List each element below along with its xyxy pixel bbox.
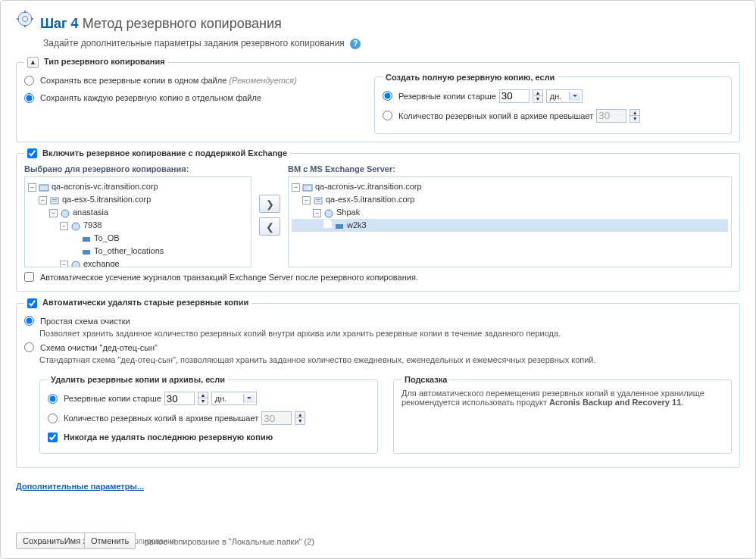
cleanup-legend: Автоматически удалять старые резервные к… (24, 298, 251, 308)
move-right-button[interactable]: ❯ (259, 195, 280, 213)
radio-simple-scheme[interactable] (24, 316, 34, 326)
input-delete-count (261, 411, 292, 425)
footer: го копирования СохранитьИмя задания: Отм… (16, 532, 740, 554)
svg-rect-12 (83, 237, 90, 242)
svg-rect-9 (52, 201, 57, 201)
spinner-delete-count[interactable]: ▲▼ (295, 411, 305, 425)
save-button-label: Сохранить (23, 536, 64, 545)
radio-delete-count-exceeds[interactable] (48, 414, 58, 423)
tree-label: qa-esx-5.itransition.corp (62, 195, 151, 204)
tree-node[interactable]: To_other_locations (28, 245, 248, 258)
input-delete-older-than-days[interactable] (164, 392, 195, 405)
label-count-exceeds: Количество резервных копий в архиве прев… (398, 111, 593, 120)
tree-toggle-icon[interactable]: − (292, 183, 300, 192)
tree-node[interactable]: −qa-esx-5.itransition.corp (292, 193, 728, 206)
collapse-toggle[interactable]: ▲ (27, 57, 39, 68)
tree-toggle-icon[interactable]: − (60, 261, 68, 267)
tree-label: Shpak (336, 208, 360, 217)
spinner-older-than[interactable]: ▲▼ (533, 89, 543, 103)
step-title: Метод резервного копирования (83, 16, 282, 31)
network-icon (81, 248, 92, 256)
vm-icon (323, 209, 334, 217)
exchange-right-tree[interactable]: −qa-acronis-vc.itransition.corp −qa-esx-… (288, 176, 732, 267)
label-older-than: Резервные копии старше (398, 92, 496, 101)
tree-label: qa-acronis-vc.itransition.corp (52, 182, 158, 191)
gear-icon (16, 10, 34, 28)
label-never-delete-last: Никогда не удалять последнюю резервную к… (64, 433, 273, 442)
cancel-button[interactable]: Отменить (84, 532, 136, 549)
hint-product: Acronis Backup and Recovery 11 (549, 398, 681, 407)
tree-node[interactable]: −7938 (28, 219, 248, 232)
checkbox-truncate-logs[interactable] (24, 272, 34, 282)
radio-older-than[interactable] (383, 91, 392, 101)
select-older-than-unit[interactable]: дн. (546, 89, 583, 103)
tree-toggle-icon[interactable]: − (313, 209, 321, 217)
tree-node[interactable]: −exchange (28, 258, 248, 267)
server-icon (302, 183, 313, 192)
tree-spacer (70, 245, 79, 254)
tree-node[interactable]: −Shpak (292, 206, 728, 219)
tree-node[interactable]: −qa-acronis-vc.itransition.corp (292, 180, 728, 193)
vm-icon (60, 209, 70, 217)
tree-node[interactable]: −qa-esx-5.itransition.corp (28, 193, 248, 206)
tree-toggle-icon[interactable]: − (39, 196, 47, 205)
exchange-left-tree[interactable]: −qa-acronis-vc.itransition.corp −qa-esx-… (24, 176, 251, 267)
tree-toggle-icon[interactable]: − (302, 196, 311, 205)
vm-icon (70, 261, 81, 267)
label-single-file: Сохранять все резервные копии в одном фа… (40, 76, 297, 85)
host-icon (49, 196, 60, 205)
radio-gfs-scheme[interactable] (24, 342, 34, 352)
label-delete-count-exceeds: Количество резервных копий в архиве прев… (64, 414, 258, 423)
label-simple-scheme: Простая схема очистки (40, 317, 130, 326)
subtitle-text: Задайте дополнительные параметры задания… (43, 38, 345, 48)
tree-node[interactable]: −anastasia (28, 206, 248, 219)
checkbox-never-delete-last[interactable] (48, 433, 58, 442)
svg-rect-13 (83, 250, 90, 255)
page-title: Шаг 4 Метод резервного копирования (40, 16, 282, 32)
advanced-link[interactable]: Дополнительные параметры... (16, 482, 144, 491)
input-older-than-days[interactable] (499, 89, 530, 103)
backup-type-legend: ▲ Тип резервного копирования (24, 57, 168, 68)
exchange-right-header: ВМ с MS Exchange Server: (288, 164, 732, 173)
help-icon[interactable]: ? (350, 39, 361, 49)
radio-count-exceeds[interactable] (383, 111, 392, 120)
tree-label: anastasia (73, 208, 108, 217)
network-icon (81, 235, 92, 243)
vm-icon (70, 222, 81, 230)
checkbox-exchange-enable[interactable] (27, 148, 37, 158)
radio-separate-files[interactable] (24, 93, 34, 103)
label-delete-older-than: Резервные копии старше (64, 394, 161, 403)
tree-toggle-icon[interactable]: − (49, 209, 58, 217)
tree-node[interactable]: −qa-acronis-vc.itransition.corp (28, 180, 248, 193)
cleanup-enable-label: Автоматически удалять старые резервные к… (42, 298, 248, 307)
backup-type-group: ▲ Тип резервного копирования Сохранять в… (16, 57, 740, 142)
radio-single-file[interactable] (24, 76, 34, 86)
delete-rules-legend: Удалить резервные копии и архивы, если (48, 375, 228, 384)
step-number: Шаг 4 (40, 16, 79, 31)
spinner-count-exceeds[interactable]: ▲▼ (629, 109, 640, 123)
full-copy-legend: Создать полную резервную копию, если (383, 73, 558, 82)
tree-label: exchange (83, 259, 120, 267)
tree-node[interactable]: To_OB (28, 232, 248, 245)
svg-point-14 (72, 261, 80, 267)
select-delete-older-than-unit[interactable]: дн. (211, 392, 257, 405)
tree-node-selected[interactable]: w2k3 (292, 219, 728, 232)
full-copy-group: Создать полную резервную копию, если Рез… (374, 73, 732, 134)
desc-gfs-scheme: Стандартная схема "дед-отец-сын", позвол… (39, 355, 732, 364)
page-subtitle: Задайте дополнительные параметры задания… (43, 38, 740, 49)
select-older-than-unit-text: дн. (550, 92, 562, 101)
backup-type-legend-text: Тип резервного копирования (44, 57, 165, 66)
tree-toggle-icon[interactable]: − (60, 222, 68, 230)
move-left-button[interactable]: ❮ (259, 217, 280, 236)
checkbox-cleanup-enable[interactable] (27, 298, 37, 308)
tree-label: To_other_locations (94, 246, 164, 255)
radio-delete-older-than[interactable] (48, 394, 58, 404)
tree-spacer (323, 220, 332, 228)
svg-rect-17 (316, 199, 320, 200)
tree-toggle-icon[interactable]: − (28, 183, 36, 192)
network-icon (334, 222, 345, 230)
svg-rect-6 (39, 185, 48, 191)
svg-point-19 (325, 210, 333, 217)
exchange-enable-label: Включить резервное копирование с поддерж… (42, 148, 287, 158)
spinner-delete-older-than[interactable]: ▲▼ (198, 392, 208, 405)
